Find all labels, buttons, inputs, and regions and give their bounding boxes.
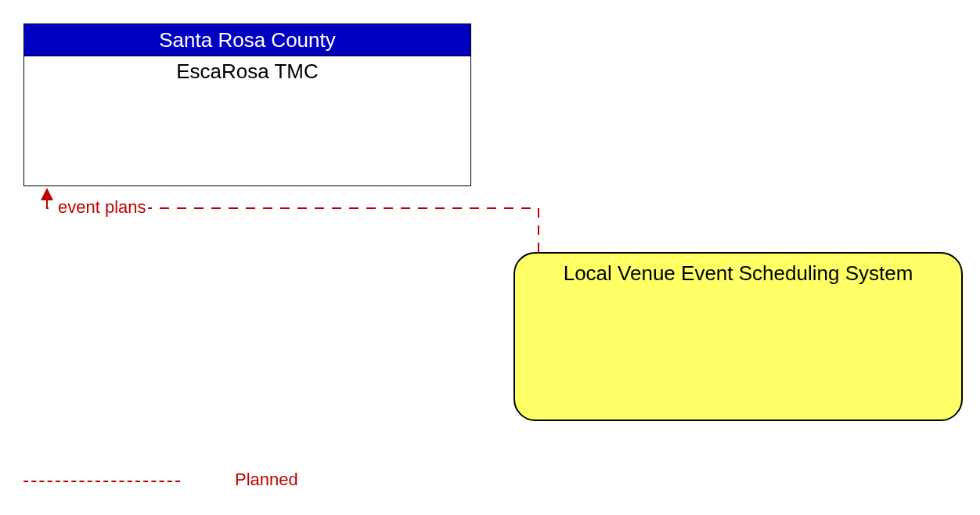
flow-label-event-plans: event plans	[56, 197, 148, 218]
node-body-title: EscaRosa TMC	[24, 56, 470, 84]
node-header: Santa Rosa County	[24, 24, 470, 56]
node-escarosa-tmc: Santa Rosa County EscaRosa TMC	[23, 23, 471, 186]
node-title: Local Venue Event Scheduling System	[515, 254, 961, 286]
legend-line-planned	[23, 481, 180, 482]
node-local-venue: Local Venue Event Scheduling System	[513, 252, 963, 421]
legend-text-planned: Planned	[235, 470, 298, 490]
